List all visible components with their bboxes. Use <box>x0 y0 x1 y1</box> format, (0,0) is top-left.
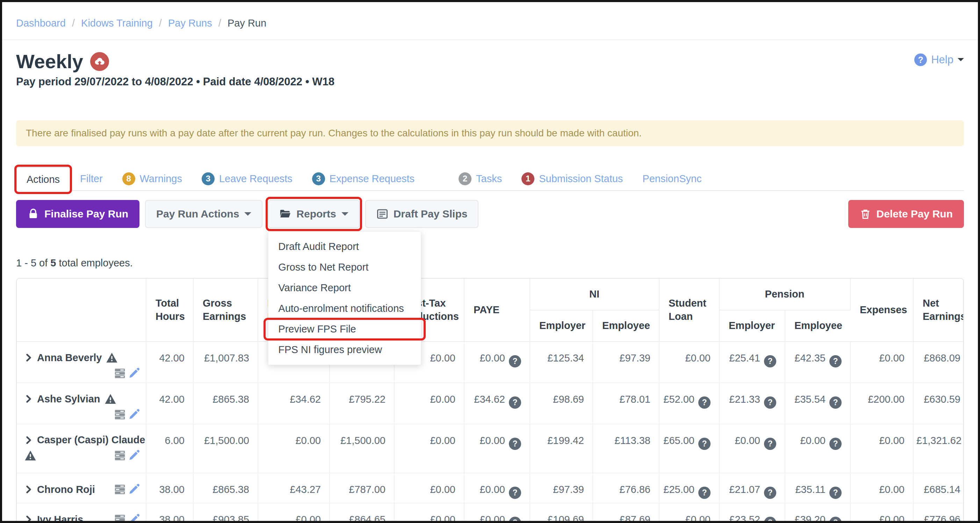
cell-net-earnings: £868.09 <box>913 341 964 383</box>
payslip-icon[interactable] <box>114 483 126 496</box>
edit-pencil-icon[interactable] <box>127 408 140 421</box>
chevron-right-icon[interactable] <box>24 515 33 523</box>
employee-name[interactable]: Chrono Roji <box>37 484 95 495</box>
help-badge[interactable]: ? <box>698 438 711 450</box>
chevron-right-icon[interactable] <box>24 395 33 403</box>
help-badge[interactable]: ? <box>764 486 776 499</box>
help-badge[interactable]: ? <box>509 355 521 367</box>
employee-name[interactable]: Casper (Caspi) Claude <box>37 434 145 446</box>
cell-post-tax-deductions: £0.00 <box>394 473 464 503</box>
col-header-student-loan: Student Loan <box>659 279 719 341</box>
chevron-right-icon[interactable] <box>24 354 33 362</box>
delete-pay-run-button[interactable]: Delete Pay Run <box>848 200 964 228</box>
employee-name[interactable]: Ivy Harris <box>37 514 83 523</box>
menu-item-preview-fps-file[interactable]: Preview FPS File <box>269 319 421 340</box>
tab-count-badge: 3 <box>312 172 325 185</box>
payslip-icon[interactable] <box>114 449 126 462</box>
tab-expense-requests[interactable]: 3Expense Requests <box>302 167 424 190</box>
help-badge[interactable]: ? <box>829 438 842 450</box>
payslip-icon[interactable] <box>114 367 126 379</box>
cell-student-loan: £25.00? <box>659 473 719 503</box>
tab-pensionsync[interactable]: PensionSync <box>633 167 711 190</box>
breadcrumb-dashboard[interactable]: Dashboard <box>16 18 66 29</box>
menu-item-gross-to-net-report[interactable]: Gross to Net Report <box>269 257 421 277</box>
reports-button[interactable]: Reports <box>268 200 359 228</box>
tab-warnings[interactable]: 8Warnings <box>113 167 192 190</box>
menu-item-draft-audit-report[interactable]: Draft Audit Report <box>269 236 421 257</box>
help-badge[interactable]: ? <box>509 397 521 409</box>
help-badge[interactable]: ? <box>764 438 776 450</box>
cell-student-loan: £65.00? <box>659 424 719 473</box>
payslip-icon[interactable] <box>114 513 126 523</box>
col-group-pension: Pension <box>719 279 850 310</box>
help-badge[interactable]: ? <box>829 486 842 499</box>
folder-open-icon <box>279 208 291 220</box>
menu-item-variance-report[interactable]: Variance Report <box>269 277 421 298</box>
table-row: Casper (Caspi) Claude6.00£1,500.00£0.00£… <box>17 424 964 473</box>
cell-total-hours: 38.00 <box>146 503 193 523</box>
cell-paye: £34.62? <box>464 383 530 424</box>
cell-employee: Anna Beverly <box>17 341 146 383</box>
cell-ni-employee: £76.86 <box>593 473 659 503</box>
help-badge[interactable]: ? <box>509 438 521 450</box>
help-badge[interactable]: ? <box>698 486 711 499</box>
cell-ni-employee: £87.69 <box>593 503 659 523</box>
help-label: Help <box>931 54 953 66</box>
col-header-employee <box>17 279 146 341</box>
employee-name[interactable]: Ashe Sylvian <box>37 393 100 405</box>
help-menu[interactable]: ? Help <box>914 50 964 66</box>
edit-pencil-icon[interactable] <box>127 449 140 462</box>
cell-ni-employee: £113.38 <box>593 424 659 473</box>
cell-taxable-earnings: £787.00 <box>329 473 394 503</box>
cell-pension-employee: £0.00? <box>785 424 850 473</box>
finalise-pay-run-button[interactable]: Finalise Pay Run <box>16 200 140 228</box>
edit-pencil-icon[interactable] <box>127 513 140 523</box>
tabs: ActionsFilter8Warnings3Leave Requests3Ex… <box>16 167 964 191</box>
finalised-pay-runs-warning-banner: There are finalised pay runs with a pay … <box>16 120 964 146</box>
cell-pre-tax-deductions: £0.00 <box>258 503 329 523</box>
help-icon: ? <box>914 54 927 66</box>
tab-filter[interactable]: Filter <box>70 167 112 190</box>
help-badge[interactable]: ? <box>764 355 776 367</box>
payslip-icon[interactable] <box>114 408 126 421</box>
cell-student-loan: £0.00 <box>659 503 719 523</box>
chevron-right-icon[interactable] <box>24 436 33 444</box>
tab-tasks[interactable]: 2Tasks <box>449 167 512 190</box>
cell-student-loan: £0.00 <box>659 341 719 383</box>
tab-count-badge: 2 <box>458 172 471 185</box>
help-badge[interactable]: ? <box>829 517 842 523</box>
tab-label: Leave Requests <box>219 173 293 185</box>
menu-item-fps-ni-figures-preview[interactable]: FPS NI figures preview <box>269 340 421 360</box>
cell-net-earnings: £776.96 <box>913 503 964 523</box>
help-badge[interactable]: ? <box>698 397 711 409</box>
breadcrumb-company[interactable]: Kidows Training <box>81 18 153 29</box>
edit-pencil-icon[interactable] <box>127 367 140 379</box>
cell-net-earnings: £685.14 <box>913 473 964 503</box>
tab-label: Submission Status <box>539 173 623 185</box>
col-header-pension-employee: Employee <box>785 310 850 341</box>
breadcrumb: Dashboard / Kidows Training / Pay Runs /… <box>2 2 978 40</box>
edit-pencil-icon[interactable] <box>127 483 140 496</box>
help-badge[interactable]: ? <box>509 486 521 499</box>
col-group-ni: NI <box>530 279 659 310</box>
breadcrumb-separator: / <box>68 18 78 29</box>
help-badge[interactable]: ? <box>829 355 842 367</box>
breadcrumb-pay-runs[interactable]: Pay Runs <box>168 18 212 29</box>
help-badge[interactable]: ? <box>764 397 776 409</box>
pay-run-actions-button[interactable]: Pay Run Actions <box>145 200 262 228</box>
tab-submission-status[interactable]: 1Submission Status <box>512 167 633 190</box>
employee-name[interactable]: Anna Beverly <box>37 352 102 364</box>
menu-item-auto-enrolment-notifications[interactable]: Auto-enrolment notifications <box>269 298 421 319</box>
employee-count-summary: 1 - 5 of 5 total employees. <box>16 257 964 269</box>
cell-ni-employee: £97.39 <box>593 341 659 383</box>
help-badge[interactable]: ? <box>829 397 842 409</box>
draft-pay-slips-button[interactable]: Draft Pay Slips <box>365 200 479 228</box>
tab-actions[interactable]: Actions <box>16 167 70 191</box>
cell-post-tax-deductions: £0.00 <box>394 424 464 473</box>
cell-expenses: £0.00 <box>850 341 913 383</box>
tab-leave-requests[interactable]: 3Leave Requests <box>192 167 302 190</box>
help-badge[interactable]: ? <box>509 517 521 523</box>
chevron-right-icon[interactable] <box>24 485 33 494</box>
cell-pension-employer: £0.00? <box>719 424 785 473</box>
help-badge[interactable]: ? <box>764 517 776 523</box>
